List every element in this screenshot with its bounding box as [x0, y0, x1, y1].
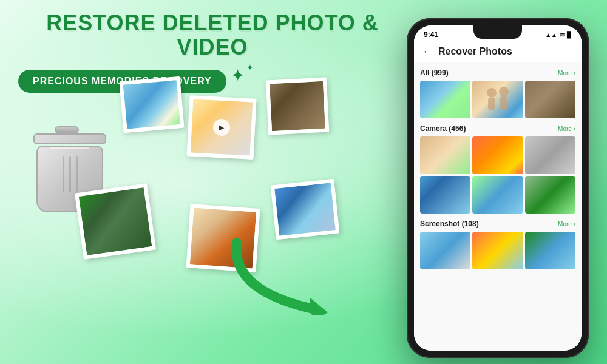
phone-time: 9:41 [424, 30, 438, 39]
grid-photo[interactable] [525, 81, 575, 118]
grid-photo[interactable] [420, 176, 470, 214]
grid-photo[interactable] [472, 81, 523, 118]
grid-photo[interactable] [472, 176, 523, 214]
phone-app-header: ← Recover Photos [414, 41, 582, 62]
phone-notch [473, 25, 522, 39]
sparkle-decoration: ✦ ✦ [231, 66, 245, 86]
back-button[interactable]: ← [422, 46, 432, 57]
screenshot-section-title: Screenshot (108) [420, 220, 479, 228]
floating-photo-4 [75, 183, 156, 260]
all-photos-grid [420, 81, 575, 118]
floating-photo-1 [119, 76, 184, 133]
play-button-icon: ▶ [212, 118, 230, 136]
trash-handle [55, 126, 79, 133]
all-section-title: All (999) [420, 69, 449, 77]
floating-photo-2: ▶ [186, 95, 256, 160]
trash-line-1 [63, 156, 64, 192]
sparkle-big-icon: ✦ [231, 66, 245, 86]
grid-photo[interactable] [525, 136, 575, 174]
battery-icon: ▊ [567, 32, 572, 38]
phone-status-icons: ▲▲ ≋ ▊ [545, 32, 572, 38]
floating-photo-3 [266, 77, 330, 135]
trash-line-3 [76, 156, 78, 192]
phone-mockup: 9:41 ▲▲ ≋ ▊ ← Recover Photos All (999) M… [407, 18, 589, 358]
svg-marker-0 [310, 297, 328, 315]
screenshot-section-header: Screenshot (108) More › [420, 220, 575, 228]
signal-icon: ▲▲ [545, 32, 557, 38]
grid-photo[interactable] [472, 232, 523, 269]
all-section-more[interactable]: More › [558, 70, 575, 76]
phone-screen: 9:41 ▲▲ ≋ ▊ ← Recover Photos All (999) M… [414, 25, 582, 351]
camera-section-more[interactable]: More › [558, 126, 575, 132]
grid-photo[interactable] [525, 232, 575, 269]
wifi-icon: ≋ [560, 32, 565, 38]
sparkle-small-icon: ✦ [246, 62, 254, 72]
screenshot-photos-grid [420, 232, 575, 269]
grid-photo[interactable] [420, 232, 470, 269]
trash-lines [38, 156, 102, 192]
phone-content: All (999) More › Camera (456) More › [414, 62, 582, 351]
curved-arrow [219, 231, 340, 315]
screenshot-section-more[interactable]: More › [558, 221, 575, 228]
grid-photo[interactable] [420, 136, 470, 174]
trash-lid [33, 133, 106, 144]
camera-section-header: Camera (456) More › [420, 124, 575, 133]
trash-line-2 [69, 156, 71, 192]
camera-section-title: Camera (456) [420, 124, 466, 133]
grid-photo[interactable] [472, 136, 523, 174]
main-container: RESTORE DELETED PHOTO & VIDEO PRECIOUS M… [0, 0, 607, 364]
camera-photos-grid [420, 136, 575, 214]
grid-photo[interactable] [420, 81, 470, 118]
grid-photo[interactable] [525, 176, 575, 214]
main-title: RESTORE DELETED PHOTO & VIDEO [12, 11, 413, 59]
all-section-header: All (999) More › [420, 69, 575, 77]
app-header-title: Recover Photos [438, 46, 512, 57]
